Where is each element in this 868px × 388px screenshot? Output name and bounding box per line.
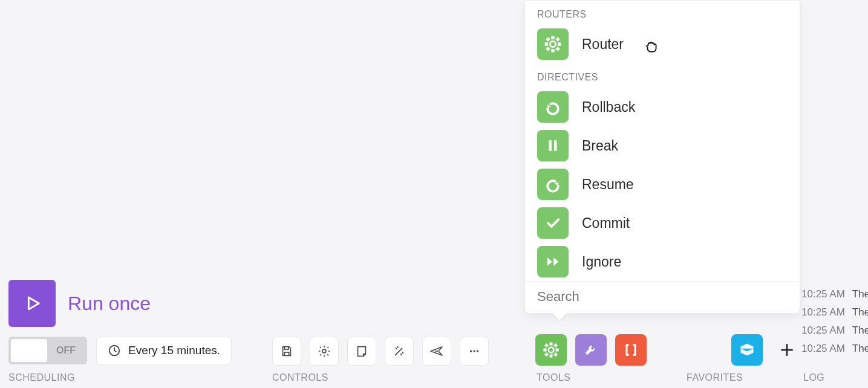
- svg-point-6: [549, 348, 553, 352]
- run-once-label: Run once: [68, 293, 151, 315]
- tools-row: [535, 334, 803, 366]
- log-message: The: [852, 325, 868, 337]
- favorite-app-button[interactable]: [731, 334, 763, 366]
- gear-solid-icon: [543, 34, 563, 54]
- brackets-icon: [622, 341, 639, 358]
- svg-point-8: [551, 42, 555, 46]
- plus-icon: [779, 342, 795, 358]
- add-favorite-button[interactable]: [771, 334, 803, 366]
- more-button[interactable]: [460, 337, 489, 366]
- popup-item-label: Break: [582, 138, 618, 154]
- settings-button[interactable]: [310, 337, 339, 366]
- log-time: 10:25 AM: [801, 343, 845, 355]
- note-icon: [355, 344, 368, 358]
- flow-control-popup: ROUTERS Router DIRECTIVES Rollback Break…: [524, 0, 800, 314]
- toggle-knob: [11, 339, 47, 362]
- log-message: The: [852, 306, 868, 318]
- auto-align-button[interactable]: [385, 337, 414, 366]
- wand-icon: [393, 344, 406, 358]
- svg-point-2: [470, 350, 472, 352]
- run-once-button[interactable]: [8, 280, 56, 327]
- box-icon: [739, 341, 755, 358]
- popup-item-label: Commit: [582, 215, 630, 231]
- svg-point-1: [322, 349, 326, 353]
- redo-icon: [544, 175, 562, 193]
- airplane-icon: [429, 344, 444, 358]
- play-icon: [22, 293, 42, 314]
- popup-group-routers: ROUTERS: [525, 5, 800, 25]
- section-label-tools: TOOLS: [537, 372, 570, 383]
- gear-solid-icon: [542, 341, 560, 359]
- scenario-canvas[interactable]: Run once OFF Every 15 minutes.: [0, 0, 868, 388]
- run-once-block: Run once: [8, 280, 151, 327]
- flow-control-tool-button[interactable]: [535, 334, 567, 366]
- log-message: The: [852, 343, 868, 355]
- scheduling-toggle[interactable]: OFF: [8, 337, 87, 364]
- popup-item-label: Resume: [582, 176, 634, 193]
- wrench-icon: [582, 341, 599, 358]
- popup-item-router[interactable]: Router: [525, 25, 800, 63]
- svg-point-4: [477, 350, 478, 352]
- notes-button[interactable]: [347, 337, 376, 366]
- popup-item-label: Router: [582, 36, 624, 53]
- gear-icon: [318, 344, 331, 358]
- log-time: 10:25 AM: [801, 288, 845, 300]
- toggle-state-label: OFF: [47, 345, 85, 356]
- log-entry[interactable]: 10:25 AMThe: [801, 343, 868, 355]
- tools-tool-button[interactable]: [575, 334, 607, 366]
- popup-item-commit[interactable]: Commit: [525, 204, 800, 242]
- log-entry[interactable]: 10:25 AMThe: [801, 288, 868, 300]
- save-icon: [280, 344, 293, 358]
- log-time: 10:25 AM: [801, 306, 845, 318]
- svg-rect-10: [554, 140, 556, 150]
- fast-forward-icon: [544, 253, 561, 270]
- log-message: The: [852, 288, 868, 300]
- log-entry[interactable]: 10:25 AMThe: [801, 306, 868, 318]
- section-label-scheduling: SCHEDULING: [8, 372, 75, 383]
- popup-item-resume[interactable]: Resume: [525, 165, 800, 204]
- popup-item-ignore[interactable]: Ignore: [525, 242, 800, 281]
- text-parser-tool-button[interactable]: [615, 334, 647, 366]
- popup-item-rollback[interactable]: Rollback: [525, 88, 800, 126]
- popup-group-directives: DIRECTIVES: [525, 63, 800, 88]
- log-list: 10:25 AMThe 10:25 AMThe 10:25 AMThe 10:2…: [801, 288, 868, 355]
- section-label-log: LOG: [803, 372, 824, 383]
- undo-icon: [544, 98, 562, 116]
- popup-pointer: [552, 313, 567, 320]
- svg-rect-9: [549, 140, 552, 150]
- pause-icon: [545, 138, 561, 154]
- explain-flow-button[interactable]: [422, 337, 451, 366]
- schedule-interval-label: Every 15 minutes.: [128, 344, 220, 357]
- scheduling-row: OFF Every 15 minutes.: [8, 337, 232, 364]
- popup-item-break[interactable]: Break: [525, 126, 800, 165]
- check-icon: [544, 215, 561, 231]
- log-entry[interactable]: 10:25 AMThe: [801, 325, 868, 337]
- popup-item-label: Ignore: [582, 254, 621, 270]
- popup-item-label: Rollback: [582, 99, 635, 115]
- popup-search: [525, 281, 800, 313]
- clock-icon: [108, 344, 121, 357]
- ellipsis-icon: [468, 344, 481, 358]
- log-time: 10:25 AM: [801, 325, 845, 337]
- section-label-favorites: FAVORITES: [687, 372, 743, 383]
- svg-point-3: [473, 350, 475, 352]
- controls-row: [272, 337, 489, 366]
- section-label-controls: CONTROLS: [272, 372, 328, 383]
- popup-search-input[interactable]: [537, 289, 788, 305]
- schedule-interval-chip[interactable]: Every 15 minutes.: [96, 337, 232, 364]
- save-button[interactable]: [272, 337, 301, 366]
